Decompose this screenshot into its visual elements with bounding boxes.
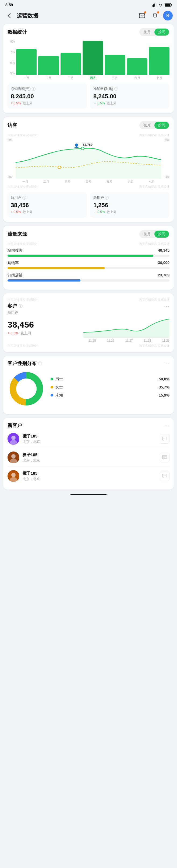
- legend-dot-unknown: [50, 394, 53, 397]
- gender-legend: 男士 50,8% 女士 35,7% 未知 15,9%: [50, 377, 170, 401]
- mail-icon: [139, 13, 145, 18]
- new-customers-title: 新客户: [7, 422, 22, 429]
- svg-rect-2: [154, 3, 155, 7]
- customer-info-2: 橛子185 北京，北京: [23, 452, 156, 463]
- gender-more-btn[interactable]: ···: [163, 361, 170, 367]
- visitors-stat-row: 新用户 i 38,456 + 0.5% 较上周 老用户 i 1,256 － 0.…: [7, 192, 170, 218]
- customer-info-3: 橛子185 北京，北京: [23, 471, 156, 482]
- traffic-fill-3: [7, 279, 80, 281]
- gender-info-icon[interactable]: i: [38, 362, 42, 365]
- notification-badge: [157, 11, 159, 13]
- stat-card-1: 净销售额(元) i 8,245.00 + 0.5% 较上周: [7, 83, 87, 109]
- home-indicator: [70, 494, 107, 495]
- stat1-info-icon[interactable]: i: [32, 87, 36, 91]
- vis-stat2-label: 老用户: [93, 195, 104, 200]
- traffic-label-1: 站内搜索: [7, 248, 23, 253]
- data-stats-month-btn[interactable]: 按月: [140, 29, 154, 36]
- customer-location-2: 北京，北京: [23, 458, 156, 463]
- bar-chart-wrapper: 80k 70k 60k 50k: [7, 40, 170, 80]
- x-label-6: 六月: [127, 76, 147, 80]
- vis-stat1-label: 新用户: [11, 195, 21, 200]
- donut-section: 男士 50,8% 女士 35,7% 未知 15,9%: [7, 368, 170, 410]
- customers-more-btn[interactable]: ···: [163, 303, 170, 309]
- traffic-count-1: 48,345: [158, 248, 170, 253]
- bar-7: [149, 47, 170, 75]
- legend-label-female: 女士: [56, 385, 156, 390]
- bar-6: [127, 58, 147, 75]
- status-icons: [152, 3, 172, 7]
- traffic-source-card: 流量来源 按月 按周 淘宝店铺搜索·灵感设计 淘宝店铺搜索·灵感设计 站内搜索 …: [3, 226, 174, 289]
- traffic-progress-3: [7, 279, 170, 281]
- message-btn-1[interactable]: [160, 434, 170, 444]
- customers-header: 客户 i ···: [7, 303, 170, 309]
- data-stats-title: 数据统计: [7, 29, 27, 35]
- watermark-bottom: 淘宝店铺搜索·灵感设计 淘宝店铺搜索·灵感设计: [7, 185, 170, 189]
- bar-chart-x-labels: 一月 二月 三月 四月 五月 六月 七月: [16, 76, 170, 80]
- customer-location-1: 北京，北京: [23, 439, 156, 444]
- page-title: 运营数据: [17, 12, 135, 20]
- signal-icon: [152, 3, 156, 7]
- bar-chart-bars: [16, 40, 170, 75]
- traffic-item-2: 购物车 30,000: [7, 260, 170, 269]
- customers-value: 38,456: [7, 320, 79, 330]
- legend-value-female: 35,7%: [159, 385, 170, 389]
- svg-point-23: [11, 454, 15, 459]
- vis-stat1-info[interactable]: i: [22, 196, 26, 199]
- svg-rect-1: [153, 4, 154, 7]
- x-label-2: 二月: [38, 76, 59, 80]
- data-stats-toggle: 按月 按周: [139, 28, 170, 36]
- visitors-stat-1: 新用户 i 38,456 + 0.5% 较上周: [7, 192, 87, 218]
- message-icon-2: [162, 455, 167, 460]
- legend-item-female: 女士 35,7%: [50, 385, 170, 390]
- back-button[interactable]: [4, 11, 14, 21]
- new-customers-more-btn[interactable]: ···: [163, 423, 170, 429]
- customer-info-1: 橛子185 北京，北京: [23, 434, 156, 444]
- customer-name-3: 橛子185: [23, 471, 156, 476]
- data-stats-week-btn[interactable]: 按周: [154, 29, 169, 36]
- gender-title-row: 客户性别分布 i: [7, 360, 42, 367]
- svg-point-16: [16, 378, 37, 399]
- donut-chart: [7, 370, 45, 408]
- customers-change: + 0.5% 较上周: [7, 331, 79, 336]
- customers-watermark-bottom: 淘宝店铺搜索·灵感设计 淘宝店铺搜索·灵感设计: [7, 344, 170, 348]
- visitors-week-btn[interactable]: 按周: [154, 122, 169, 129]
- y-label-70k: 70k: [7, 51, 15, 54]
- message-btn-2[interactable]: [160, 453, 170, 462]
- customer-avatar-1: [7, 433, 20, 445]
- vis-stat2-info[interactable]: i: [105, 196, 109, 199]
- bar-1: [16, 49, 37, 75]
- y-label-80k: 80k: [7, 40, 15, 43]
- customer-location-3: 北京，北京: [23, 476, 156, 482]
- bar-item-2: [38, 40, 59, 75]
- customer-avatar-3: [7, 470, 20, 482]
- svg-text:32,789: 32,789: [82, 143, 92, 146]
- visitors-stat-2: 老用户 i 1,256 － 0.5% 较上周: [90, 192, 170, 218]
- notification-button[interactable]: [150, 11, 160, 21]
- visitors-month-btn[interactable]: 按月: [140, 122, 154, 129]
- svg-point-28: [11, 473, 15, 477]
- bar-3: [61, 53, 81, 75]
- line-chart-area: 👤 32,789: [15, 138, 162, 179]
- bar-2: [38, 56, 59, 75]
- new-customer-item-2: 橛子185 北京，北京: [7, 448, 170, 467]
- mail-button[interactable]: [137, 11, 147, 21]
- stat2-info-icon[interactable]: i: [114, 87, 118, 91]
- customers-info-icon[interactable]: i: [19, 304, 23, 308]
- wifi-icon: [158, 3, 163, 7]
- visitors-card: 访客 按月 按周 淘宝店铺搜索·灵感设计 淘宝店铺搜索·灵感设计 60k 70k…: [3, 117, 174, 222]
- data-stat-row: 净销售额(元) i 8,245.00 + 0.5% 较上周 净销售额(元) i …: [7, 83, 170, 109]
- traffic-watermark: 淘宝店铺搜索·灵感设计 淘宝店铺搜索·灵感设计: [7, 242, 170, 246]
- avatar-button[interactable]: R: [163, 11, 173, 21]
- visitors-header: 访客 按月 按周: [7, 121, 170, 129]
- traffic-label-2: 购物车: [7, 260, 19, 266]
- legend-item-male: 男士 50,8%: [50, 377, 170, 381]
- traffic-month-btn[interactable]: 按月: [140, 230, 154, 238]
- svg-rect-0: [152, 5, 152, 7]
- traffic-week-btn[interactable]: 按周: [154, 230, 169, 238]
- customers-title-row: 客户 i: [7, 303, 23, 309]
- message-btn-3[interactable]: [160, 471, 170, 481]
- status-time: 8:59: [5, 3, 13, 7]
- gender-dist-card: 客户性别分布 i ···: [3, 356, 174, 414]
- new-customers-card: 新客户 ··· 橛子185 北京，北京: [3, 418, 174, 490]
- x-label-4: 四月: [82, 76, 103, 80]
